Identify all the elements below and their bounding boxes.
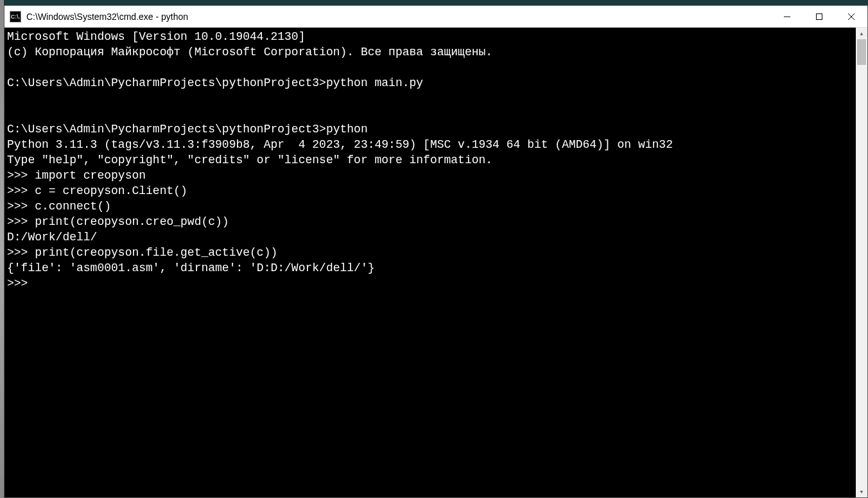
scrollbar-up-arrow[interactable]: ▲ — [856, 28, 867, 39]
scrollbar-down-arrow[interactable]: ▼ — [856, 486, 867, 497]
cmd-window: C:\. C:\Windows\System32\cmd.exe - pytho… — [4, 5, 868, 498]
window-title: C:\Windows\System32\cmd.exe - python — [26, 12, 771, 22]
close-button[interactable] — [835, 6, 867, 27]
vertical-scrollbar[interactable]: ▲ ▼ — [856, 28, 867, 497]
close-icon — [847, 13, 855, 21]
terminal-output[interactable]: Microsoft Windows [Version 10.0.19044.21… — [4, 28, 856, 497]
minimize-icon — [783, 13, 791, 21]
svg-rect-1 — [817, 13, 822, 19]
scrollbar-thumb[interactable] — [857, 39, 866, 65]
terminal-wrapper: Microsoft Windows [Version 10.0.19044.21… — [4, 28, 867, 497]
window-controls — [771, 6, 867, 27]
cmd-icon: C:\. — [10, 11, 21, 22]
titlebar[interactable]: C:\. C:\Windows\System32\cmd.exe - pytho… — [4, 6, 867, 28]
minimize-button[interactable] — [771, 6, 803, 27]
maximize-icon — [815, 13, 823, 21]
maximize-button[interactable] — [803, 6, 835, 27]
scrollbar-track[interactable] — [856, 39, 867, 486]
